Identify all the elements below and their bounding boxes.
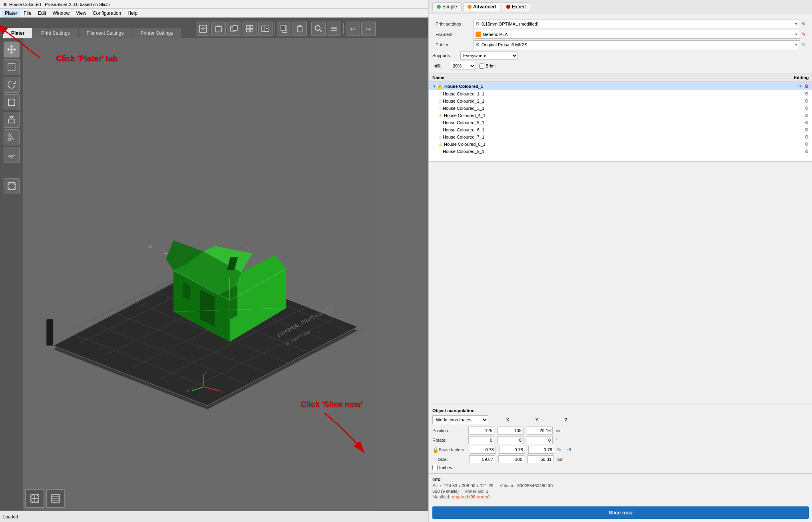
rotate-tool[interactable] (4, 77, 20, 93)
3d-view-icon[interactable] (25, 489, 44, 508)
menu-configuration[interactable]: Configuration (90, 10, 124, 17)
filament-row: Filament : Generic PLA ▼ ✎ (432, 30, 809, 39)
object-item-9[interactable]: □ House Coloured_9_1 ⚙ (429, 148, 812, 155)
scale-tool[interactable] (4, 94, 20, 110)
copy-button[interactable] (277, 22, 291, 36)
spacer (429, 162, 812, 405)
select-tool[interactable] (4, 59, 20, 75)
gear-icon-9[interactable]: ⚙ (804, 149, 809, 154)
paint-supports-tool[interactable] (4, 147, 20, 163)
scale-z-input[interactable] (528, 446, 554, 454)
print-settings-dropdown[interactable]: ⚙ 0.15mm OPTIMAL (modified) ▼ (474, 20, 800, 28)
view-options-button[interactable] (327, 22, 341, 36)
size-y-input[interactable] (498, 455, 524, 463)
gear-icon-7[interactable]: ⚙ (804, 134, 809, 140)
add-object-button[interactable] (196, 22, 210, 36)
obj-name-4: House Coloured_4_1 (444, 113, 804, 118)
brim-checkbox[interactable] (479, 64, 484, 69)
scale-y-input[interactable] (499, 446, 525, 454)
size-z-input[interactable] (527, 455, 553, 463)
gear-icon-1[interactable]: ⚙ (804, 91, 809, 97)
rotate-z-input[interactable] (527, 436, 553, 444)
menu-edit[interactable]: Edit (35, 10, 50, 17)
place-on-face-tool[interactable] (4, 112, 20, 128)
object-item-3[interactable]: □ House Coloured_3_1 ⚙ (429, 105, 812, 112)
rotate-y-input[interactable] (498, 436, 523, 444)
3d-view-tool[interactable] (4, 178, 20, 194)
menu-view[interactable]: View (73, 10, 90, 17)
infill-select[interactable]: 20% 10% 15% 25% (450, 62, 476, 70)
object-item-0[interactable]: ▼ ⚠️ House Coloured_1 👁 ⚙ (429, 82, 812, 90)
object-item-6[interactable]: □ House Coloured_6_1 ⚙ (429, 126, 812, 133)
tab-print-settings[interactable]: Print Settings (33, 28, 78, 38)
menu-file[interactable]: File (20, 10, 34, 17)
rotate-x-input[interactable] (468, 436, 494, 444)
delete-all-button[interactable] (227, 22, 241, 36)
delete-button[interactable] (211, 22, 226, 36)
advanced-mode-tab[interactable]: Advanced (463, 2, 500, 11)
gear-icon-4[interactable]: ⚙ (804, 113, 809, 118)
print-settings-edit-icon[interactable]: ✎ (802, 21, 806, 27)
position-y-input[interactable] (498, 427, 523, 435)
shells-val: 658 (9 shells) (432, 489, 459, 494)
undo-button[interactable]: ↩ (346, 22, 360, 36)
object-item-4[interactable]: ⚠ House Coloured_4_1 ⚙ (429, 112, 812, 119)
layer-view-icon[interactable] (46, 489, 65, 508)
redo-button[interactable]: ↪ (361, 22, 376, 36)
object-item-5[interactable]: □ House Coloured_5_1 ⚙ (429, 119, 812, 126)
paste-button[interactable] (293, 22, 307, 36)
object-item-7[interactable]: □ House Coloured_7_1 ⚙ (429, 133, 812, 141)
cut-tool[interactable] (4, 129, 20, 145)
gear-icon-0[interactable]: ⚙ (804, 83, 809, 89)
copy-to-bed-button[interactable] (258, 22, 273, 36)
gear-icon-6[interactable]: ⚙ (804, 127, 809, 133)
object-list: ▼ ⚠️ House Coloured_1 👁 ⚙ □ House Colour… (429, 82, 812, 162)
menu-window[interactable]: Window (49, 10, 73, 17)
position-x-input[interactable] (468, 427, 494, 435)
object-list-header: Name Editing (429, 73, 812, 82)
object-item-2[interactable]: □ House Coloured_2_1 ⚙ (429, 97, 812, 105)
object-item-8[interactable]: ⚠ House Coloured_8_1 ⚙ (429, 141, 812, 148)
reset-scale-icon[interactable]: ↺ (567, 447, 571, 453)
brim-checkbox-group: Brim: (479, 64, 496, 69)
z-header: Z (553, 417, 579, 422)
viewport-3d[interactable]: 5 10 15 20 (23, 38, 376, 510)
search-button[interactable] (311, 22, 326, 36)
menu-help[interactable]: Help (124, 10, 141, 17)
gear-icon-2[interactable]: ⚙ (804, 98, 809, 104)
printer-label: Printer : (436, 42, 474, 47)
supports-select[interactable]: Everywhere None Touching buildplate only (460, 52, 518, 60)
expert-mode-tab[interactable]: Expert (502, 2, 530, 11)
scale-lock-icon[interactable]: 🔒 (432, 447, 439, 453)
move-tool[interactable] (4, 42, 20, 58)
size-val: 124.53 x 208.00 x 121.29 (444, 483, 493, 488)
tab-printer-settings[interactable]: Printer Settings (132, 28, 181, 38)
svg-text:Z: Z (205, 370, 207, 374)
printer-edit-icon[interactable]: ✎ (802, 42, 806, 48)
tab-filament-settings[interactable]: Filament Settings (79, 28, 132, 38)
expand-arrow-0[interactable]: ▼ (432, 84, 436, 89)
arrange-button[interactable] (243, 22, 257, 36)
menu-plater[interactable]: Plater (2, 10, 20, 17)
coord-system-select[interactable]: World coordinates Local coordinates (432, 415, 488, 424)
slice-now-button[interactable]: Slice now (432, 506, 809, 519)
gear-icon-8[interactable]: ⚙ (804, 141, 809, 147)
scale-row: 🔒 Scale factors: % ↺ (432, 446, 809, 454)
svg-rect-21 (297, 26, 302, 32)
position-z-input[interactable] (527, 427, 553, 435)
inches-checkbox[interactable] (432, 465, 438, 470)
eye-icon-0[interactable]: 👁 (798, 83, 803, 89)
object-item-1[interactable]: □ House Coloured_1_1 ⚙ (429, 90, 812, 97)
gear-icon-3[interactable]: ⚙ (804, 105, 809, 111)
gear-icon-5[interactable]: ⚙ (804, 120, 809, 125)
printer-dropdown[interactable]: ⚙ Original Prusa i3 MK2S ▼ (474, 40, 800, 49)
file-icon-2: □ (439, 99, 441, 103)
advanced-label: Advanced (473, 4, 496, 10)
toolbar-separator-2 (309, 23, 309, 34)
scale-x-input[interactable] (470, 446, 496, 454)
filament-dropdown[interactable]: Generic PLA ▼ (474, 30, 800, 39)
simple-mode-tab[interactable]: Simple (432, 2, 462, 11)
filament-edit-icon[interactable]: ✎ (802, 32, 806, 37)
size-x-input[interactable] (469, 455, 495, 463)
tab-plater[interactable]: Plater (3, 28, 32, 38)
